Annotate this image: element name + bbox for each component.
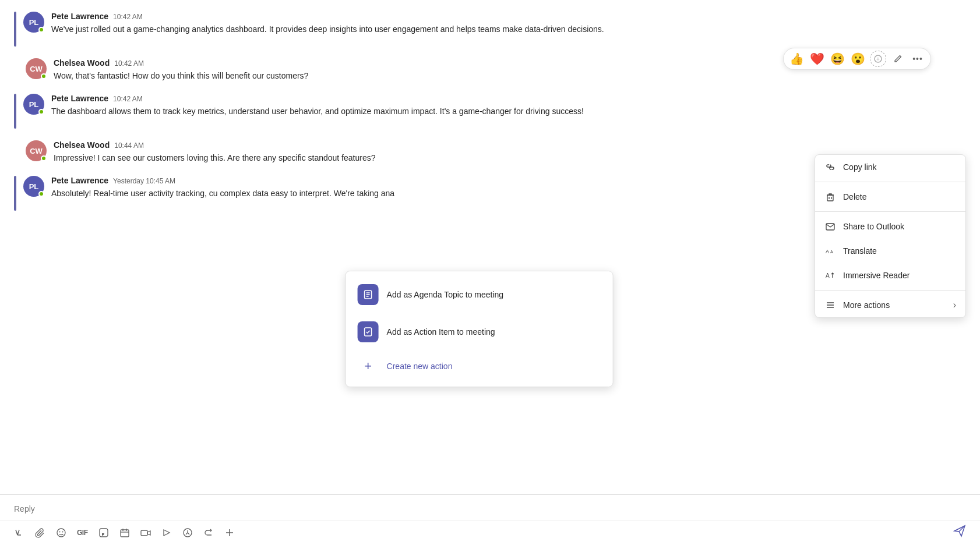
message-time: 10:42 AM [113, 95, 143, 103]
action-item-icon [358, 321, 379, 342]
more-actions-left: More actions [824, 300, 890, 310]
avatar: PL [23, 12, 44, 33]
svg-text:A: A [826, 249, 829, 254]
add-action-item[interactable]: Add as Action Item to meeting [346, 313, 613, 350]
sticker-button[interactable] [98, 527, 109, 538]
avatar: PL [23, 94, 44, 115]
reply-input[interactable] [14, 504, 966, 513]
copy-link-item[interactable]: Copy link [815, 155, 965, 179]
forward-button[interactable] [161, 527, 172, 538]
svg-point-20 [62, 532, 64, 533]
reaction-wow[interactable]: 😮 [849, 51, 866, 67]
menu-divider [815, 211, 965, 212]
thread-indicator [14, 12, 16, 47]
message-content: Chelsea Wood 10:42 AM Wow, that's fantas… [54, 58, 966, 82]
add-agenda-label: Add as Agenda Topic to meeting [387, 290, 504, 299]
attach-button[interactable] [35, 527, 45, 538]
translate-label: Translate [843, 246, 877, 256]
translate-icon: A A [824, 246, 836, 256]
menu-divider [815, 182, 965, 182]
immersive-reader-icon: A [824, 270, 836, 281]
emoji-button[interactable] [56, 527, 66, 538]
add-agenda-item[interactable]: Add as Agenda Topic to meeting [346, 276, 613, 313]
message-group: PL Pete Lawrence 10:42 AM The dashboard … [14, 94, 966, 129]
message-text: We've just rolled out a game-changing an… [51, 23, 966, 36]
edit-message-button[interactable] [890, 51, 906, 67]
reaction-bar: 👍 ❤️ 😆 😮 + ••• [783, 48, 931, 70]
thread-indicator [14, 176, 16, 211]
sender-name: Pete Lawrence [51, 176, 108, 185]
create-new-item[interactable]: + Create new action [346, 350, 613, 382]
message-content: Pete Lawrence 10:42 AM We've just rolled… [51, 12, 966, 36]
message-time: 10:42 AM [114, 59, 144, 68]
sender-name: Pete Lawrence [51, 12, 108, 21]
message-header: Chelsea Wood 10:44 AM [54, 140, 966, 150]
svg-rect-3 [827, 195, 833, 201]
svg-text:+: + [876, 56, 880, 62]
menu-divider [815, 290, 965, 291]
online-status [38, 109, 44, 115]
delete-icon [824, 192, 836, 202]
message-group: CW Chelsea Wood 10:42 AM Wow, that's fan… [14, 58, 966, 82]
message-header: Pete Lawrence 10:42 AM [51, 12, 966, 21]
delete-label: Delete [843, 192, 866, 201]
svg-rect-22 [121, 530, 129, 537]
svg-point-19 [59, 532, 61, 533]
share-outlook-icon [824, 221, 836, 232]
reaction-add-button[interactable]: + [870, 51, 886, 67]
sender-name: Pete Lawrence [51, 94, 108, 103]
delete-item[interactable]: Delete [815, 185, 965, 209]
online-status [38, 27, 44, 33]
immersive-reader-label: Immersive Reader [843, 271, 910, 280]
online-status [41, 155, 47, 161]
avatar: CW [26, 140, 47, 161]
svg-marker-27 [164, 530, 170, 536]
reaction-heart[interactable]: ❤️ [809, 51, 826, 67]
more-options-button[interactable]: ••• [910, 51, 926, 67]
send-button[interactable] [953, 525, 966, 541]
schedule-button[interactable] [119, 527, 130, 538]
sender-name: Chelsea Wood [54, 140, 110, 150]
svg-rect-26 [141, 530, 147, 536]
toolbar-row: GIF [0, 520, 980, 549]
format-text-button[interactable] [14, 527, 24, 538]
svg-rect-21 [100, 529, 108, 537]
message-text: Wow, that's fantastic! How do you think … [54, 70, 966, 82]
more-actions-item[interactable]: More actions › [815, 293, 965, 317]
message-group: PL Pete Lawrence 10:42 AM We've just rol… [14, 12, 966, 47]
avatar: PL [23, 176, 44, 197]
reaction-thumbs-up[interactable]: 👍 [788, 51, 805, 67]
gif-button[interactable]: GIF [77, 529, 88, 537]
submenu: Add as Agenda Topic to meeting Add as Ac… [346, 271, 614, 387]
more-actions-icon [824, 300, 836, 310]
message-time: 10:44 AM [114, 141, 144, 150]
immersive-reader-item[interactable]: A Immersive Reader [815, 263, 965, 288]
chat-area: PL Pete Lawrence 10:42 AM We've just rol… [0, 0, 980, 494]
video-button[interactable] [140, 527, 151, 538]
context-menu: Copy link Delete [815, 154, 966, 318]
svg-text:A: A [826, 272, 830, 279]
reaction-laugh[interactable]: 😆 [829, 51, 846, 67]
loop-button[interactable] [203, 527, 214, 538]
copy-link-icon [824, 162, 836, 172]
share-outlook-item[interactable]: Share to Outlook [815, 214, 965, 239]
message-time: 10:42 AM [113, 13, 143, 21]
share-outlook-label: Share to Outlook [843, 222, 904, 231]
create-new-label: Create new action [387, 362, 453, 371]
agenda-icon [358, 284, 379, 305]
praise-button[interactable] [182, 527, 193, 538]
add-button[interactable] [224, 527, 235, 538]
sender-name: Chelsea Wood [54, 58, 110, 68]
chevron-right-icon: › [953, 300, 956, 310]
message-content: Pete Lawrence 10:42 AM The dashboard all… [51, 94, 966, 118]
svg-point-18 [57, 529, 65, 537]
thread-indicator [14, 94, 16, 129]
message-text: The dashboard allows them to track key m… [51, 105, 966, 118]
plus-icon: + [358, 359, 379, 374]
message-header: Pete Lawrence 10:42 AM [51, 94, 966, 103]
add-action-label: Add as Action Item to meeting [387, 327, 495, 337]
translate-item[interactable]: A A Translate [815, 239, 965, 263]
avatar: CW [26, 58, 47, 79]
online-status [41, 73, 47, 79]
reply-input-row [0, 495, 980, 520]
